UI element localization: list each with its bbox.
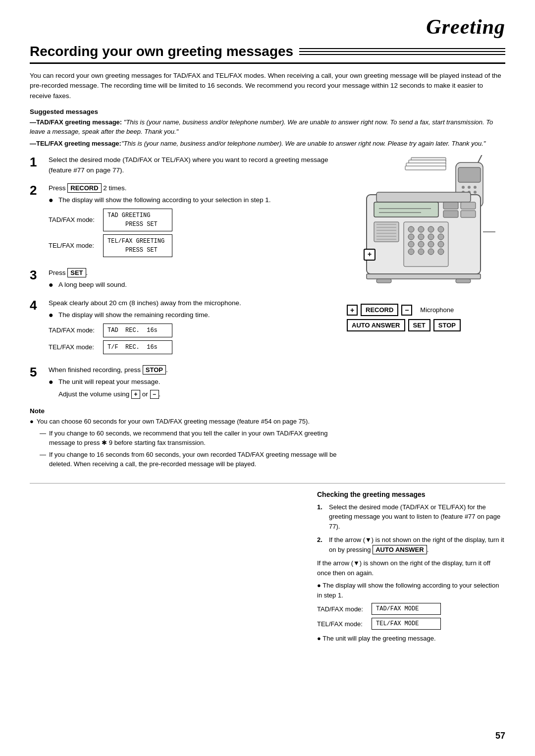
suggested-tel-fax-text: "This is (your name, business and/or tel… — [121, 140, 485, 147]
svg-point-47 — [428, 249, 434, 255]
image-column: + + RECORD − Microphone AUTO ANSWER SET … — [347, 155, 505, 474]
set-button-label-step3: SET — [67, 268, 86, 277]
record-button-label: RECORD — [67, 183, 101, 193]
svg-point-6 — [462, 186, 465, 189]
tad-fax-mode-label: TAD/FAX mode: — [49, 215, 98, 225]
note-list: ● You can choose 60 seconds for your own… — [30, 417, 337, 469]
step-1: 1 Select the desired mode (TAD/FAX or TE… — [30, 155, 337, 175]
auto-answer-button[interactable]: AUTO ANSWER — [347, 319, 405, 331]
step-2: 2 Press RECORD 2 times. ● The display wi… — [30, 183, 337, 260]
svg-point-35 — [428, 226, 434, 232]
checking-list: 1. Select the desired mode (TAD/FAX or T… — [317, 502, 505, 555]
svg-rect-18 — [374, 202, 438, 217]
display-row-tel-rec: TEL/FAX mode: T/F REC. 16s — [49, 340, 337, 354]
svg-point-7 — [468, 186, 471, 189]
checking-text-1: Select the desired mode (TAD/FAX or TEL/… — [329, 502, 505, 532]
note-sub-item-1: — If you change to 60 seconds, we recomm… — [40, 429, 337, 448]
step-3: 3 Press SET. ● A long beep will sound. — [30, 268, 337, 290]
checking-tel-display: TEL/FAX MODE — [372, 618, 441, 630]
checking-display-tad: TAD/FAX mode: TAD/FAX MODE — [317, 603, 505, 615]
step-1-content: Select the desired mode (TAD/FAX or TEL/… — [49, 155, 337, 175]
step-5-text-after: . — [166, 366, 168, 374]
stop-button[interactable]: STOP — [433, 319, 461, 331]
svg-point-36 — [438, 226, 444, 232]
step-1-number: 1 — [30, 155, 44, 169]
svg-line-15 — [478, 155, 483, 162]
title-decoration — [299, 48, 505, 55]
svg-point-45 — [408, 249, 414, 255]
checking-display-following: ● The display will show the following ac… — [317, 581, 505, 600]
tel-rec-display: T/F REC. 16s — [103, 340, 172, 354]
tel-fax-mode-label-4: TEL/FAX mode: — [49, 342, 98, 352]
step-4: 4 Speak clearly about 20 cm (8 inches) a… — [30, 298, 337, 357]
set-button[interactable]: SET — [408, 319, 430, 331]
auto-answer-box-label[interactable]: AUTO ANSWER — [373, 545, 427, 554]
step-5-number: 5 — [30, 365, 44, 379]
checking-title: Checking the greeting messages — [317, 490, 505, 498]
svg-point-34 — [418, 226, 424, 232]
step-3-bullet: ● A long beep will sound. — [49, 280, 337, 290]
svg-rect-25 — [374, 222, 399, 242]
fax-machine-svg: + — [352, 155, 500, 304]
plus-icon[interactable]: + — [131, 390, 140, 399]
section-title-text: Recording your own greeting messages — [30, 44, 293, 59]
svg-point-44 — [438, 241, 444, 247]
step-3-text-after: . — [86, 269, 88, 276]
svg-point-33 — [408, 226, 414, 232]
bottom-right: Checking the greeting messages 1. Select… — [317, 490, 505, 644]
checking-display-tel: TEL/FAX mode: TEL/FAX MODE — [317, 618, 505, 630]
step-5-bullet-1: ● The unit will repeat your message. — [49, 377, 337, 387]
svg-point-46 — [418, 249, 424, 255]
display-row-tad-rec: TAD/FAX mode: TAD REC. 16s — [49, 324, 337, 337]
step-4-text: Speak clearly about 20 cm (8 inches) awa… — [49, 299, 241, 307]
steps-column: 1 Select the desired mode (TAD/FAX or TE… — [30, 155, 337, 474]
tel-greeting-display: TEL/FAX GREETING PRESS SET — [103, 234, 172, 257]
step-2-number: 2 — [30, 183, 44, 198]
record-button[interactable]: RECORD — [361, 304, 398, 316]
svg-point-37 — [408, 234, 414, 240]
svg-text:+: + — [368, 250, 372, 258]
step-3-number: 3 — [30, 268, 44, 282]
step-4-number: 4 — [30, 298, 44, 313]
checking-tel-label: TEL/FAX mode: — [317, 620, 367, 628]
buttons-area: + RECORD − Microphone AUTO ANSWER SET ST… — [347, 304, 505, 331]
step-4-content: Speak clearly about 20 cm (8 inches) awa… — [49, 298, 337, 357]
step-3-text-before: Press — [49, 269, 67, 276]
svg-point-42 — [418, 241, 424, 247]
minus-icon[interactable]: − — [150, 390, 159, 399]
minus-button[interactable]: − — [401, 305, 412, 316]
step-3-content: Press SET. ● A long beep will sound. — [49, 268, 337, 290]
step-2-bullet: ● The display will show the following ac… — [49, 195, 337, 206]
plus-record-row: + RECORD − Microphone — [347, 304, 505, 316]
svg-point-48 — [438, 249, 444, 255]
page-number: 57 — [495, 731, 505, 741]
checking-final: ● The unit will play the greeting messag… — [317, 634, 505, 644]
tad-fax-mode-label-4: TAD/FAX mode: — [49, 325, 98, 335]
step-5-text-before: When finished recording, press — [49, 366, 143, 374]
checking-tad-display: TAD/FAX MODE — [372, 603, 441, 615]
plus-button[interactable]: + — [347, 305, 358, 316]
page-title: Greeting — [426, 15, 505, 38]
suggested-messages: Suggested messages —TAD/FAX greeting mes… — [30, 108, 505, 149]
fax-machine-illustration: + — [352, 155, 500, 304]
checking-arrow-off: If the arrow (▼) is shown on the right o… — [317, 558, 505, 578]
bottom-content: Checking the greeting messages 1. Select… — [30, 490, 505, 644]
tad-greeting-display: TAD GREETING PRESS SET — [103, 209, 172, 231]
svg-point-11 — [474, 191, 477, 194]
svg-rect-23 — [461, 202, 476, 209]
svg-point-43 — [428, 241, 434, 247]
svg-rect-22 — [443, 211, 458, 217]
svg-point-38 — [418, 234, 424, 240]
step-2-text-before: Press — [49, 184, 67, 192]
tel-fax-mode-label: TEL/FAX mode: — [49, 241, 98, 251]
display-row-tel-greeting: TEL/FAX mode: TEL/FAX GREETING PRESS SET — [49, 234, 337, 257]
step-5-bullet-2: Adjust the volume using + or −. — [49, 389, 337, 399]
svg-rect-49 — [367, 274, 481, 279]
note-item-1: ● You can choose 60 seconds for your own… — [30, 417, 337, 427]
svg-rect-50 — [376, 279, 391, 283]
bottom-left — [30, 490, 307, 644]
svg-point-8 — [474, 186, 477, 189]
step-4-bullet: ● The display will show the remaining re… — [49, 310, 337, 321]
main-content: 1 Select the desired mode (TAD/FAX or TE… — [30, 155, 505, 474]
note-section: Note ● You can choose 60 seconds for you… — [30, 407, 337, 469]
